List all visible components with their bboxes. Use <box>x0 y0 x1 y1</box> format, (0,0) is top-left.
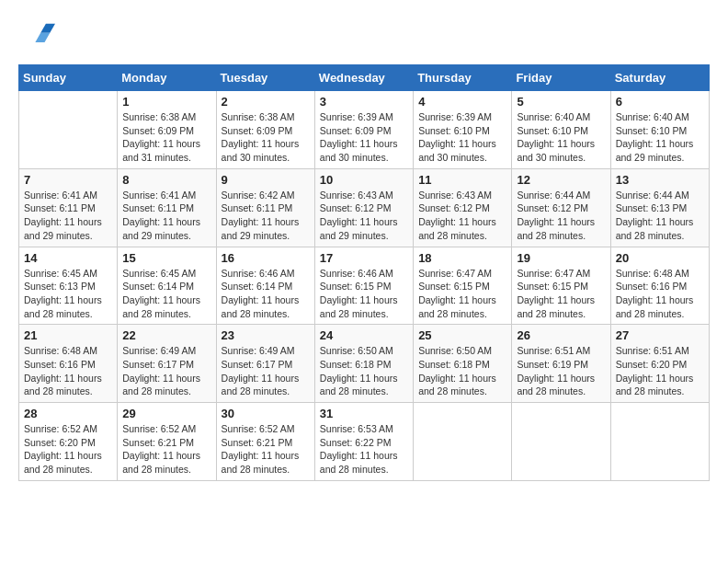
calendar-table: SundayMondayTuesdayWednesdayThursdayFrid… <box>18 64 710 481</box>
calendar-cell: 17Sunrise: 6:46 AM Sunset: 6:15 PM Dayli… <box>314 247 413 325</box>
day-number: 3 <box>320 95 408 109</box>
day-info: Sunrise: 6:39 AM Sunset: 6:09 PM Dayligh… <box>320 110 408 165</box>
day-info: Sunrise: 6:43 AM Sunset: 6:12 PM Dayligh… <box>418 189 506 243</box>
day-info: Sunrise: 6:41 AM Sunset: 6:11 PM Dayligh… <box>24 189 112 243</box>
calendar-cell: 29Sunrise: 6:52 AM Sunset: 6:21 PM Dayli… <box>118 403 216 481</box>
calendar-cell: 3Sunrise: 6:39 AM Sunset: 6:09 PM Daylig… <box>314 91 413 169</box>
day-info: Sunrise: 6:44 AM Sunset: 6:13 PM Dayligh… <box>616 189 704 243</box>
calendar-cell: 5Sunrise: 6:40 AM Sunset: 6:10 PM Daylig… <box>512 91 610 169</box>
svg-marker-1 <box>35 33 50 42</box>
calendar-cell: 19Sunrise: 6:47 AM Sunset: 6:15 PM Dayli… <box>512 247 610 325</box>
day-number: 7 <box>24 173 112 187</box>
day-info: Sunrise: 6:45 AM Sunset: 6:14 PM Dayligh… <box>122 267 210 321</box>
day-number: 19 <box>517 251 605 265</box>
calendar-cell: 18Sunrise: 6:47 AM Sunset: 6:15 PM Dayli… <box>414 247 512 325</box>
calendar-cell <box>414 403 512 481</box>
day-info: Sunrise: 6:50 AM Sunset: 6:18 PM Dayligh… <box>418 344 506 398</box>
day-info: Sunrise: 6:50 AM Sunset: 6:18 PM Dayligh… <box>320 344 408 398</box>
day-number: 15 <box>122 251 210 265</box>
day-info: Sunrise: 6:44 AM Sunset: 6:12 PM Dayligh… <box>517 189 605 243</box>
day-info: Sunrise: 6:38 AM Sunset: 6:09 PM Dayligh… <box>222 110 310 165</box>
logo <box>18 18 55 55</box>
calendar-cell: 20Sunrise: 6:48 AM Sunset: 6:16 PM Dayli… <box>610 247 709 325</box>
day-info: Sunrise: 6:51 AM Sunset: 6:19 PM Dayligh… <box>517 344 605 398</box>
calendar-cell: 4Sunrise: 6:39 AM Sunset: 6:10 PM Daylig… <box>414 91 512 169</box>
calendar-cell <box>19 91 118 169</box>
day-info: Sunrise: 6:51 AM Sunset: 6:20 PM Dayligh… <box>616 344 704 398</box>
day-info: Sunrise: 6:52 AM Sunset: 6:20 PM Dayligh… <box>24 422 112 477</box>
calendar-cell: 2Sunrise: 6:38 AM Sunset: 6:09 PM Daylig… <box>216 91 314 169</box>
day-number: 20 <box>616 251 704 265</box>
calendar-cell <box>512 403 610 481</box>
page-header <box>18 18 710 55</box>
day-number: 4 <box>418 95 506 109</box>
header-saturday: Saturday <box>610 65 709 91</box>
day-number: 5 <box>517 95 605 109</box>
day-info: Sunrise: 6:45 AM Sunset: 6:13 PM Dayligh… <box>24 267 112 321</box>
calendar-header-row: SundayMondayTuesdayWednesdayThursdayFrid… <box>19 65 710 91</box>
calendar-cell: 31Sunrise: 6:53 AM Sunset: 6:22 PM Dayli… <box>314 403 413 481</box>
day-number: 16 <box>222 251 310 265</box>
day-info: Sunrise: 6:48 AM Sunset: 6:16 PM Dayligh… <box>616 267 704 321</box>
calendar-cell: 27Sunrise: 6:51 AM Sunset: 6:20 PM Dayli… <box>610 325 709 403</box>
day-info: Sunrise: 6:42 AM Sunset: 6:11 PM Dayligh… <box>222 189 310 243</box>
day-info: Sunrise: 6:40 AM Sunset: 6:10 PM Dayligh… <box>616 110 704 165</box>
calendar-cell: 8Sunrise: 6:41 AM Sunset: 6:11 PM Daylig… <box>118 168 216 247</box>
calendar-week-row: 7Sunrise: 6:41 AM Sunset: 6:11 PM Daylig… <box>19 168 710 247</box>
day-number: 31 <box>320 407 408 420</box>
logo-icon <box>22 18 55 52</box>
day-info: Sunrise: 6:49 AM Sunset: 6:17 PM Dayligh… <box>122 344 210 398</box>
calendar-cell: 7Sunrise: 6:41 AM Sunset: 6:11 PM Daylig… <box>19 168 118 247</box>
header-thursday: Thursday <box>414 65 512 91</box>
day-info: Sunrise: 6:48 AM Sunset: 6:16 PM Dayligh… <box>24 344 112 398</box>
day-number: 1 <box>122 95 210 109</box>
calendar-cell: 26Sunrise: 6:51 AM Sunset: 6:19 PM Dayli… <box>512 325 610 403</box>
day-info: Sunrise: 6:47 AM Sunset: 6:15 PM Dayligh… <box>517 267 605 321</box>
day-info: Sunrise: 6:47 AM Sunset: 6:15 PM Dayligh… <box>418 267 506 321</box>
day-number: 22 <box>122 328 210 342</box>
svg-marker-0 <box>40 24 55 33</box>
day-number: 28 <box>24 407 112 420</box>
day-info: Sunrise: 6:46 AM Sunset: 6:15 PM Dayligh… <box>320 267 408 321</box>
day-info: Sunrise: 6:53 AM Sunset: 6:22 PM Dayligh… <box>320 422 408 477</box>
day-number: 18 <box>418 251 506 265</box>
day-number: 17 <box>320 251 408 265</box>
day-number: 10 <box>320 173 408 187</box>
header-wednesday: Wednesday <box>314 65 413 91</box>
day-number: 27 <box>616 328 704 342</box>
day-number: 14 <box>24 251 112 265</box>
calendar-week-row: 21Sunrise: 6:48 AM Sunset: 6:16 PM Dayli… <box>19 325 710 403</box>
day-number: 25 <box>418 328 506 342</box>
calendar-cell: 30Sunrise: 6:52 AM Sunset: 6:21 PM Dayli… <box>216 403 314 481</box>
calendar-cell: 1Sunrise: 6:38 AM Sunset: 6:09 PM Daylig… <box>118 91 216 169</box>
calendar-cell: 11Sunrise: 6:43 AM Sunset: 6:12 PM Dayli… <box>414 168 512 247</box>
day-info: Sunrise: 6:52 AM Sunset: 6:21 PM Dayligh… <box>122 422 210 477</box>
calendar-cell: 14Sunrise: 6:45 AM Sunset: 6:13 PM Dayli… <box>19 247 118 325</box>
day-number: 6 <box>616 95 704 109</box>
calendar-cell: 12Sunrise: 6:44 AM Sunset: 6:12 PM Dayli… <box>512 168 610 247</box>
day-info: Sunrise: 6:46 AM Sunset: 6:14 PM Dayligh… <box>222 267 310 321</box>
header-tuesday: Tuesday <box>216 65 314 91</box>
calendar-cell: 10Sunrise: 6:43 AM Sunset: 6:12 PM Dayli… <box>314 168 413 247</box>
day-number: 9 <box>222 173 310 187</box>
day-number: 21 <box>24 328 112 342</box>
calendar-cell: 13Sunrise: 6:44 AM Sunset: 6:13 PM Dayli… <box>610 168 709 247</box>
calendar-cell: 23Sunrise: 6:49 AM Sunset: 6:17 PM Dayli… <box>216 325 314 403</box>
calendar-cell: 16Sunrise: 6:46 AM Sunset: 6:14 PM Dayli… <box>216 247 314 325</box>
day-number: 30 <box>222 407 310 420</box>
day-info: Sunrise: 6:40 AM Sunset: 6:10 PM Dayligh… <box>517 110 605 165</box>
calendar-cell: 22Sunrise: 6:49 AM Sunset: 6:17 PM Dayli… <box>118 325 216 403</box>
day-number: 13 <box>616 173 704 187</box>
day-number: 2 <box>222 95 310 109</box>
day-number: 29 <box>122 407 210 420</box>
day-info: Sunrise: 6:41 AM Sunset: 6:11 PM Dayligh… <box>122 189 210 243</box>
calendar-cell: 25Sunrise: 6:50 AM Sunset: 6:18 PM Dayli… <box>414 325 512 403</box>
calendar-cell <box>610 403 709 481</box>
day-info: Sunrise: 6:38 AM Sunset: 6:09 PM Dayligh… <box>122 110 210 165</box>
day-info: Sunrise: 6:49 AM Sunset: 6:17 PM Dayligh… <box>222 344 310 398</box>
calendar-cell: 15Sunrise: 6:45 AM Sunset: 6:14 PM Dayli… <box>118 247 216 325</box>
calendar-cell: 28Sunrise: 6:52 AM Sunset: 6:20 PM Dayli… <box>19 403 118 481</box>
calendar-cell: 6Sunrise: 6:40 AM Sunset: 6:10 PM Daylig… <box>610 91 709 169</box>
calendar-week-row: 14Sunrise: 6:45 AM Sunset: 6:13 PM Dayli… <box>19 247 710 325</box>
day-number: 11 <box>418 173 506 187</box>
